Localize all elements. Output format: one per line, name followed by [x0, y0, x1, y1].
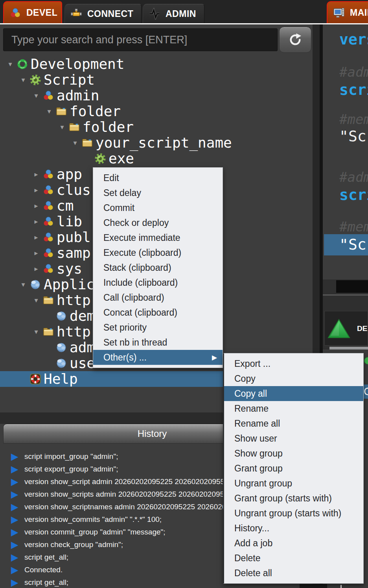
chevron-down-icon[interactable]: ▼	[70, 135, 81, 151]
play-marker-icon: ▶	[11, 576, 18, 588]
users-icon	[42, 231, 54, 243]
fragment-text: C	[364, 385, 368, 398]
tree-item-label: Applic	[44, 277, 95, 292]
search-input[interactable]	[3, 28, 278, 51]
history-entry-text: version check_group "admin";	[24, 538, 123, 551]
menu-item-delete-all[interactable]: Delete all	[224, 566, 363, 581]
tree-item-label: publ	[57, 229, 91, 245]
tree-item-label: exe	[109, 151, 134, 166]
menu-item-check-or-deploy[interactable]: Check or deploy	[93, 215, 223, 230]
status-panel: DEVEL	[324, 311, 368, 346]
pulse-icon	[149, 8, 160, 20]
menu-item-concat-clipboard[interactable]: Concat (clipboard)	[93, 305, 223, 320]
code-line-selected: "Script	[324, 234, 368, 255]
menu-item-rename-all[interactable]: Rename all	[224, 416, 363, 431]
tree-item-Development[interactable]: ▼Development	[0, 56, 313, 72]
menu-item-add-a-job[interactable]: Add a job	[224, 536, 363, 551]
code-line: version	[339, 31, 368, 48]
menu-item-set-delay[interactable]: Set delay	[93, 185, 223, 200]
menu-item-ungrant-group[interactable]: Ungrant group	[224, 476, 363, 491]
refresh-button[interactable]	[279, 27, 311, 53]
menu-item-history[interactable]: History...	[224, 521, 363, 536]
tab-underline	[0, 23, 368, 24]
chevron-down-icon[interactable]: ▼	[31, 324, 42, 340]
history-entry-text: version commit_group "admin" "message";	[24, 526, 166, 538]
tree-item-label: adm	[70, 340, 95, 355]
history-entry-text: version show_script admin 20260202095225…	[24, 475, 235, 488]
tree-item-label: http	[57, 324, 91, 340]
menu-item-copy-all[interactable]: Copy all	[224, 386, 363, 401]
menu-item-grant-group[interactable]: Grant group	[224, 461, 363, 476]
chevron-right-icon[interactable]: ▶	[31, 166, 42, 182]
chevron-down-icon[interactable]: ▼	[18, 72, 29, 88]
history-entry-text: version show_scripts admin 2026020209522…	[24, 488, 239, 501]
refresh-icon	[287, 32, 303, 48]
menu-item-commit[interactable]: Commit	[93, 200, 223, 215]
play-marker-icon: ▶	[11, 513, 18, 526]
tab-devel[interactable]: DEVEL	[3, 1, 62, 24]
tree-item-admin[interactable]: ▼admin	[0, 88, 313, 104]
context-menu: EditSet delayCommitCheck or deployExecut…	[93, 167, 223, 368]
gear-icon	[29, 74, 41, 86]
tree-item-Script[interactable]: ▼Script	[0, 72, 313, 88]
users-icon	[42, 200, 54, 212]
menu-item-export[interactable]: Export ...	[224, 356, 363, 371]
chevron-down-icon[interactable]: ▼	[44, 104, 55, 119]
context-submenu: Export ...CopyCopy allRenameRename allSh…	[223, 353, 364, 584]
menu-item-ungrant-group-starts-with[interactable]: Ungrant group (starts with)	[224, 506, 363, 521]
status-up-triangle-icon	[327, 318, 351, 339]
menu-item-execute-immediate[interactable]: Execute immediate	[93, 230, 223, 245]
chevron-right-icon[interactable]: ▶	[31, 214, 42, 229]
menu-item-call-clipboard[interactable]: Call (clipboard)	[93, 290, 223, 305]
users-icon	[42, 168, 54, 180]
tab-main[interactable]: MAIN	[327, 1, 368, 24]
tree-item-label: use	[70, 355, 95, 371]
tab-devel-label: DEVEL	[26, 7, 57, 18]
tree-item-folder[interactable]: ▼folder	[0, 104, 313, 119]
right-divider	[323, 294, 368, 296]
menu-item-stack-clipboard[interactable]: Stack (clipboard)	[93, 260, 223, 275]
tree-item-exe[interactable]: exe	[0, 151, 313, 166]
globe-icon	[55, 342, 67, 353]
code-editor[interactable]: version#adminscript#mem"Script#adminscri…	[323, 24, 368, 279]
menu-item-rename[interactable]: Rename	[224, 401, 363, 416]
folder-icon	[42, 294, 54, 306]
chevron-right-icon[interactable]: ▶	[31, 245, 42, 261]
tab-bar: DEVEL CONNECT ADMIN MAIN	[0, 0, 368, 24]
tab-connect[interactable]: CONNECT	[64, 4, 142, 24]
chevron-right-icon[interactable]: ▶	[31, 229, 42, 245]
chevron-down-icon[interactable]: ▼	[18, 277, 29, 292]
menu-item-set-priority[interactable]: Set priority	[93, 320, 223, 335]
monitor-icon	[333, 7, 345, 19]
menu-item-set-nb-in-thread[interactable]: Set nb in thread	[93, 335, 223, 350]
menu-item-grant-group-starts-with[interactable]: Grant group (starts with)	[224, 491, 363, 506]
history-entry-text: script get_all;	[24, 576, 68, 588]
tab-connect-label: CONNECT	[87, 9, 133, 19]
menu-item-show-user[interactable]: Show user	[224, 431, 363, 446]
editor-bottom-bar	[336, 280, 368, 293]
menu-item-other-s[interactable]: Other(s) ...▶	[93, 350, 223, 365]
chevron-right-icon[interactable]: ▶	[31, 198, 42, 214]
chevron-down-icon[interactable]: ▼	[31, 292, 42, 308]
chevron-down-icon[interactable]: ▼	[57, 119, 68, 135]
menu-item-edit[interactable]: Edit	[93, 170, 223, 185]
tree-item-your_script_name[interactable]: ▼your_script_name	[0, 135, 313, 151]
tree-item-label: folder	[70, 104, 121, 119]
menu-item-copy[interactable]: Copy	[224, 371, 363, 386]
chevron-down-icon[interactable]: ▼	[5, 56, 16, 72]
tree-item-folder[interactable]: ▼folder	[0, 119, 313, 135]
menu-item-show-group[interactable]: Show group	[224, 446, 363, 461]
menu-item-include-clipboard[interactable]: Include (clipboard)	[93, 275, 223, 290]
lifering-icon	[29, 373, 41, 385]
tree-item-label: folder	[83, 119, 134, 135]
menu-item-execute-clipboard[interactable]: Execute (clipboard)	[93, 245, 223, 260]
chevron-right-icon[interactable]: ▶	[31, 182, 42, 198]
tab-admin[interactable]: ADMIN	[143, 4, 204, 24]
chevron-down-icon[interactable]: ▼	[31, 88, 42, 104]
menu-item-delete[interactable]: Delete	[224, 551, 363, 566]
section-strip	[329, 347, 368, 349]
users-icon	[42, 216, 54, 227]
tree-item-label: Help	[44, 371, 78, 387]
chevron-right-icon[interactable]: ▶	[31, 261, 42, 277]
code-line: #admin	[339, 64, 368, 80]
